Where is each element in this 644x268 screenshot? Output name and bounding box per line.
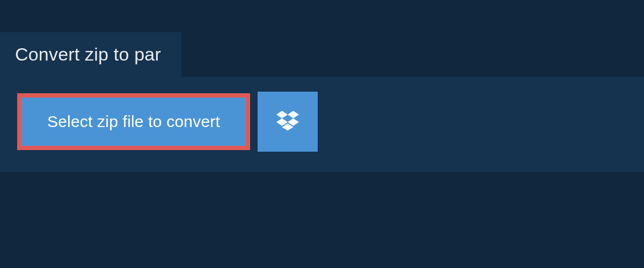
select-file-button[interactable]: Select zip file to convert [17, 93, 250, 150]
tab-label: Convert zip to par [15, 44, 161, 64]
dropbox-button[interactable] [258, 92, 318, 152]
dropbox-icon [276, 110, 299, 133]
tab-bar: Convert zip to par [0, 0, 644, 77]
select-file-button-label: Select zip file to convert [47, 113, 220, 130]
upload-panel: Select zip file to convert [0, 77, 644, 172]
tab-convert[interactable]: Convert zip to par [0, 32, 181, 77]
